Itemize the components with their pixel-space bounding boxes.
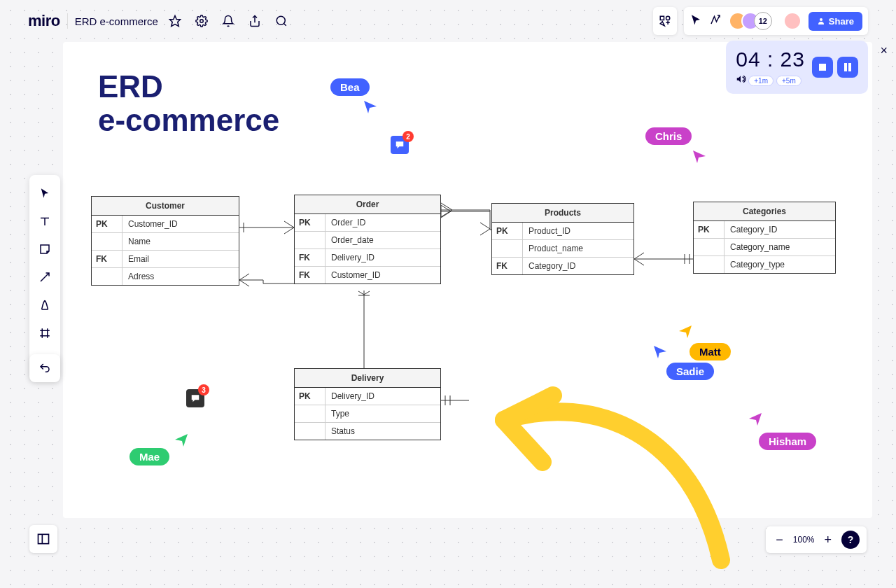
cursor-icon: [175, 434, 189, 448]
bell-icon[interactable]: [218, 11, 238, 31]
entity-categories[interactable]: Categories PKCategory_ID Category_name C…: [693, 202, 836, 274]
divider: [67, 13, 68, 29]
svg-rect-10: [848, 63, 851, 71]
whiteboard[interactable]: ERDe-commerce Customer PKCustome: [63, 42, 872, 518]
timer-pause-button[interactable]: [837, 57, 858, 78]
user-pill-mae: Mae: [130, 448, 169, 465]
cursor-icon: [749, 413, 763, 427]
sound-icon[interactable]: [736, 74, 746, 87]
share-label: Share: [829, 16, 854, 27]
entity-header: Customer: [92, 197, 239, 216]
hide-panels-button[interactable]: [29, 525, 57, 553]
svg-rect-8: [819, 64, 826, 71]
svg-point-3: [276, 16, 285, 24]
timer-stop-button[interactable]: [812, 57, 833, 78]
add-1m-button[interactable]: +1m: [748, 76, 774, 86]
svg-marker-0: [169, 16, 180, 27]
cursor-icon: [693, 150, 707, 164]
reactions-icon[interactable]: [709, 13, 722, 29]
miro-logo[interactable]: miro: [28, 12, 60, 30]
board-name[interactable]: ERD e-commerce: [75, 15, 158, 27]
timer-panel: 04 : 23 +1m +5m: [726, 41, 868, 94]
svg-point-6: [666, 16, 669, 20]
pen-tool[interactable]: [32, 293, 57, 318]
topbar: miro ERD e-commerce 12 Share: [28, 7, 868, 35]
zoom-in-button[interactable]: +: [821, 533, 834, 547]
comment-count: 3: [198, 384, 209, 396]
zoom-level[interactable]: 100%: [793, 535, 815, 545]
svg-point-1: [200, 20, 204, 23]
arrow-tool[interactable]: [32, 265, 57, 290]
text-tool[interactable]: [32, 209, 57, 234]
cursor-icon: [364, 101, 378, 115]
entity-header: Products: [492, 204, 634, 223]
entity-customer[interactable]: Customer PKCustomer_ID Name FKEmail Adre…: [91, 196, 239, 286]
svg-line-4: [284, 24, 286, 26]
cursor-icon: [679, 326, 693, 340]
comment-count: 2: [402, 131, 414, 142]
undo-button[interactable]: [29, 354, 60, 382]
frame-tool[interactable]: [32, 321, 57, 346]
drawn-arrow[interactable]: [469, 378, 735, 574]
pointer-mode-icon[interactable]: [690, 13, 702, 29]
user-pill-hisham: Hisham: [759, 433, 816, 450]
entity-products[interactable]: Products PKProduct_ID Product_name FKCat…: [491, 203, 634, 275]
svg-rect-9: [844, 63, 847, 71]
current-user-avatar[interactable]: [783, 12, 802, 30]
entity-order[interactable]: Order PKOrder_ID Order_date FKDelivery_I…: [294, 195, 441, 284]
apps-button[interactable]: [653, 7, 677, 35]
help-button[interactable]: ?: [841, 531, 860, 549]
left-toolbar: [29, 175, 60, 379]
user-pill-chris: Chris: [645, 127, 692, 145]
svg-point-7: [820, 18, 822, 21]
share-button[interactable]: Share: [808, 12, 862, 31]
page-title: ERDe-commerce: [98, 70, 279, 138]
close-timer-icon[interactable]: ×: [880, 43, 888, 58]
entity-delivery[interactable]: Delivery PKDelivery_ID Type Status: [294, 368, 441, 440]
select-tool[interactable]: [32, 181, 57, 206]
zoom-out-button[interactable]: −: [773, 533, 786, 547]
entity-header: Delivery: [295, 369, 440, 388]
collab-cluster: 12 Share: [684, 7, 868, 35]
timer-time: 04 : 23: [736, 48, 805, 71]
svg-rect-11: [38, 534, 49, 543]
collaborator-avatars[interactable]: 12: [729, 12, 772, 30]
zoom-controls: − 100% + ?: [766, 526, 867, 553]
export-icon[interactable]: [245, 11, 265, 31]
settings-icon[interactable]: [192, 11, 211, 31]
add-5m-button[interactable]: +5m: [776, 76, 802, 86]
avatar-count[interactable]: 12: [754, 12, 772, 30]
comment-thread[interactable]: 3: [186, 389, 204, 407]
star-icon[interactable]: [165, 11, 185, 31]
user-pill-matt: Matt: [690, 343, 731, 360]
user-pill-bea: Bea: [330, 78, 370, 96]
sticky-tool[interactable]: [32, 237, 57, 262]
search-icon[interactable]: [272, 11, 291, 31]
entity-header: Order: [295, 195, 440, 214]
entity-header: Categories: [694, 202, 835, 221]
comment-thread[interactable]: 2: [391, 136, 409, 154]
svg-rect-5: [660, 16, 664, 20]
cursor-icon: [654, 346, 668, 360]
